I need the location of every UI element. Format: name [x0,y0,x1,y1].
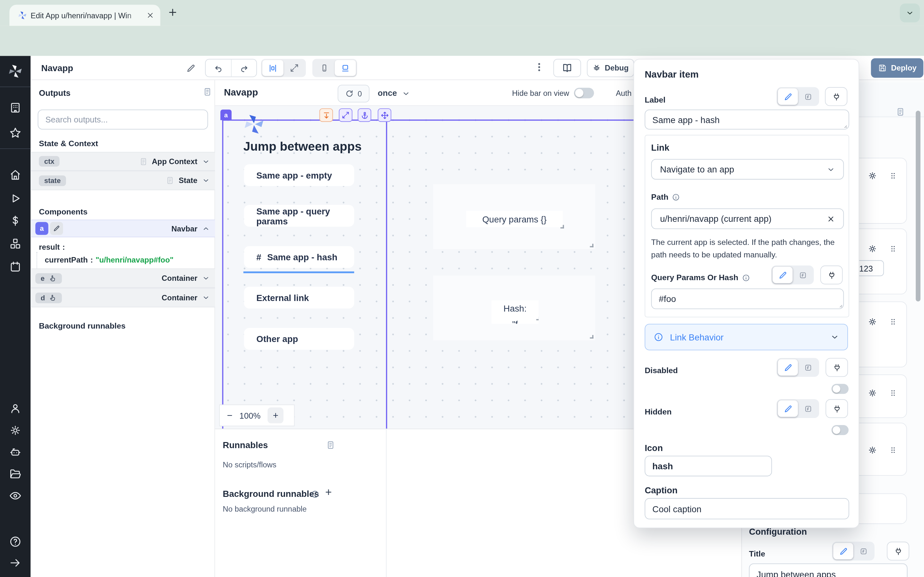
query-params-input[interactable] [651,288,844,309]
rename-pencil-icon[interactable] [186,63,195,73]
deploy-button[interactable]: Deploy [871,58,924,78]
chevron-down-icon[interactable] [202,157,210,165]
fx-expression-button[interactable] [798,400,818,417]
pencil-static-button[interactable] [772,267,792,283]
add-background-runnable-button[interactable]: + [325,486,332,498]
label-input[interactable] [645,110,849,129]
drag-handle-icon[interactable] [889,318,898,326]
centered-layout-button[interactable] [262,60,283,76]
move-component-button[interactable] [378,108,391,122]
settings-gear-icon[interactable] [9,424,22,437]
connect-plug-button[interactable] [887,542,909,561]
collapse-arrow-right-icon[interactable] [9,556,22,569]
container-e-row[interactable]: e Container [31,269,215,288]
current-path-row[interactable]: currentPath : "u/henri/navapp#foo" [45,254,174,265]
chevron-down-icon[interactable] [202,274,210,282]
link-behavior-toggle[interactable]: Link Behavior [645,324,848,350]
run-mode[interactable]: once [378,89,397,98]
resize-handle-icon[interactable] [837,302,843,308]
workers-robot-icon[interactable] [9,446,22,458]
edit-id-pencil-icon[interactable] [50,222,63,235]
undo-button[interactable] [206,60,231,77]
nav-item-query-params[interactable]: Same app - query params [244,205,354,227]
ctx-row[interactable]: ctx App Context [31,152,215,171]
fx-expression-button[interactable] [798,359,818,376]
chevron-down-icon[interactable] [202,294,210,301]
resize-corner[interactable] [590,243,594,247]
ctx-badge[interactable]: ctx [39,156,60,167]
nav-item-hash-active[interactable]: # Same app - hash [244,246,354,268]
favorites-star-icon[interactable] [9,127,22,139]
connect-plug-button[interactable] [825,399,848,418]
title-input[interactable] [749,564,907,577]
pencil-static-button[interactable] [778,400,798,417]
more-menu-kebab-icon[interactable] [534,62,544,73]
disabled-toggle[interactable] [832,384,849,394]
help-icon[interactable] [9,535,22,548]
gear-icon[interactable] [867,388,877,398]
hidden-toggle[interactable] [832,425,849,435]
icon-input[interactable] [645,456,772,476]
nav-item-empty[interactable]: Same app - empty [244,164,354,186]
resize-corner[interactable] [590,335,594,338]
scrollbar-thumb[interactable] [916,111,921,301]
refresh-count-button[interactable]: 0 [338,85,369,102]
runs-play-icon[interactable] [9,192,22,205]
full-width-layout-button[interactable] [283,60,304,76]
users-person-icon[interactable] [9,402,22,415]
search-outputs-input[interactable] [38,110,208,129]
connect-plug-button[interactable] [825,87,847,106]
chevron-down-icon[interactable] [402,89,410,98]
windmill-logo-icon[interactable] [8,63,23,79]
drag-handle-icon[interactable] [889,171,898,180]
drag-handle-icon[interactable] [889,446,898,455]
fx-expression-button[interactable] [853,543,873,559]
pencil-static-button[interactable] [833,543,853,559]
tab-close-icon[interactable] [146,11,155,19]
container-d-row[interactable]: d Container [31,288,215,308]
nav-item-other-app[interactable]: Other app [244,328,354,350]
gear-icon[interactable] [867,317,877,327]
fx-expression-button[interactable] [792,267,813,283]
caption-input[interactable] [645,498,849,519]
redo-button[interactable] [231,60,256,77]
path-input[interactable]: u/henri/navapp (current app) [651,208,844,229]
link-type-select[interactable]: Navigate to an app [651,159,844,179]
gear-icon[interactable] [867,171,877,181]
navbar-component-row[interactable]: a Navbar [31,219,215,237]
fx-expression-button[interactable] [798,89,818,105]
connect-plug-button[interactable] [825,358,848,377]
hide-bar-toggle[interactable] [574,88,594,98]
audit-eye-icon[interactable] [9,489,22,502]
component-id-badge[interactable]: a [35,222,48,235]
browser-tab[interactable]: Edit App u/henri/navapp | Win [9,5,160,26]
docs-book-button[interactable] [553,59,581,77]
expand-component-button[interactable] [339,108,352,122]
chevron-down-icon[interactable] [202,177,210,184]
resources-boxes-icon[interactable] [9,237,22,250]
state-badge[interactable]: state [39,175,66,185]
e-badge[interactable]: e [35,273,61,284]
zoom-out-button[interactable]: − [227,410,232,421]
resize-handle-icon[interactable] [842,122,847,128]
home-icon[interactable] [9,168,22,181]
panel-doc-icon[interactable] [326,440,335,450]
connect-plug-button[interactable] [821,266,843,284]
drag-handle-icon[interactable] [889,244,898,253]
folders-icon[interactable] [9,467,22,480]
tab-search-chevron-button[interactable] [900,3,920,23]
resize-corner[interactable] [561,225,564,229]
panel-doc-icon[interactable] [896,107,905,116]
pencil-static-button[interactable] [778,89,798,105]
resize-corner[interactable] [536,317,538,320]
new-tab-button[interactable] [168,7,178,18]
panel-doc-icon[interactable] [203,87,212,97]
chevron-up-icon[interactable] [202,225,210,232]
fill-height-button[interactable] [320,108,333,122]
state-row[interactable]: state State [31,171,215,190]
debug-button[interactable]: Debug [587,59,634,77]
result-key-row[interactable]: result : [39,242,65,252]
mobile-view-button[interactable] [313,60,334,76]
anchor-component-button[interactable] [358,108,371,122]
variables-dollar-icon[interactable] [9,214,22,227]
